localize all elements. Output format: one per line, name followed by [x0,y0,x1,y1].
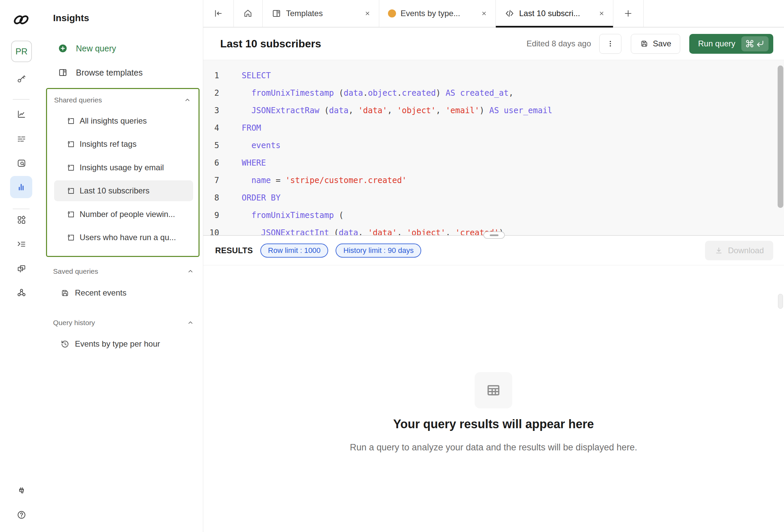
tab-last-10-subscri[interactable]: Last 10 subscri... [496,0,613,27]
rail-key-nav[interactable] [0,74,43,84]
plug-icon [17,486,27,496]
download-label: Download [728,246,764,255]
close-tab-icon[interactable] [481,10,487,17]
rail-search-nav[interactable] [0,158,43,168]
save-label: Save [653,39,671,48]
sidebar-item-label: Recent events [75,288,126,298]
tab-label: Events by type... [401,9,460,18]
collapse-sidebar-button[interactable] [203,0,234,27]
download-button[interactable]: Download [705,241,773,260]
avatar[interactable]: PR [11,40,32,62]
chevron-up-icon [187,319,194,327]
trend-chart-icon [17,109,27,119]
rail-trend-chart-nav[interactable] [0,109,43,119]
sidebar-item-label: Last 10 subscribers [80,186,149,195]
browse-templates-label: Browse templates [76,68,143,78]
kebab-icon [606,39,615,48]
shared-query-icon [66,210,76,219]
webhook-icon [17,287,27,298]
return-icon [756,39,764,48]
sidebar-item-events-by-type-per-hour[interactable]: Events by type per hour [48,334,196,354]
browse-templates-button[interactable]: Browse templates [48,62,196,83]
section-label: Saved queries [53,267,98,275]
sidebar-item-number-of-people-viewin[interactable]: Number of people viewin... [54,204,193,225]
rail-terminal-nav[interactable] [0,239,43,249]
save-icon [640,39,649,48]
rail-event-list-nav[interactable] [0,134,43,144]
line-number: 4 [203,119,219,137]
more-options-button[interactable] [599,34,621,54]
key-icon [17,74,27,84]
line-number: 2 [203,84,219,102]
editor-scrollbar-thumb[interactable] [778,65,783,208]
new-query-button[interactable]: New query [48,38,196,59]
query-header: Last 10 subscribers Edited 8 days ago Sa… [203,28,784,60]
sidebar-item-label: Users who have run a qu... [80,233,176,242]
close-tab-icon[interactable] [364,10,371,17]
line-number: 3 [203,102,219,119]
shared-query-icon [66,233,76,242]
chevron-up-icon [187,268,194,275]
rail-display-nav[interactable] [0,264,43,274]
sidebar-item-recent-events[interactable]: Recent events [48,282,196,303]
app-logo[interactable] [12,12,30,28]
section-query-history[interactable]: Query history [53,318,194,328]
table-icon [486,383,501,398]
section-shared-queries[interactable]: Shared queries [54,94,191,106]
sidebar-item-insights-ref-tags[interactable]: Insights ref tags [54,134,193,155]
sql-code: SELECT fromUnixTimestamp (data.object.cr… [242,67,771,235]
line-number: 1 [203,67,219,84]
handle-bar [490,234,499,236]
run-query-button[interactable]: Run query [689,34,773,54]
tab-events-by-type[interactable]: Events by type... [379,0,496,27]
main-content: TemplatesEvents by type...Last 10 subscr… [203,0,784,532]
section-label: Query history [53,319,95,327]
close-tab-icon[interactable] [598,10,605,17]
collapse-left-icon [213,8,223,19]
new-tab-button[interactable] [613,0,644,27]
line-number: 5 [203,137,219,154]
results-toolbar: RESULTS Row limit : 1000History limit : … [203,235,784,265]
results-scrollbar-thumb[interactable] [778,294,783,309]
tab-label: Last 10 subscri... [519,9,580,18]
run-query-label: Run query [698,39,735,48]
tab-templates[interactable]: Templates [263,0,379,27]
rail-webhook-nav[interactable] [0,287,43,298]
filter-pill-history-limit-90-days[interactable]: History limit : 90 days [336,244,421,258]
panel-resize-handle[interactable] [483,231,505,239]
results-empty-state: Your query results will appear here Run … [203,265,784,532]
filter-pill-row-limit-1000[interactable]: Row limit : 1000 [260,244,329,258]
sidebar-item-insights-usage-by-email[interactable]: Insights usage by email [54,157,193,178]
section-saved-queries[interactable]: Saved queries [53,266,194,276]
shared-query-icon [66,116,76,125]
line-number: 7 [203,172,219,189]
empty-state-heading: Your query results will appear here [203,417,784,431]
query-title: Last 10 subscribers [220,38,321,50]
sidebar-item-label: Number of people viewin... [80,209,175,219]
rail-help-nav[interactable] [0,510,43,520]
help-icon [17,510,27,520]
sql-editor[interactable]: 12345678910 SELECT fromUnixTimestamp (da… [203,60,784,235]
save-icon [60,288,69,298]
sidebar-item-last-10-subscribers[interactable]: Last 10 subscribers [54,180,193,201]
rail-bar-chart-nav[interactable] [10,176,32,198]
rail-apps-nav[interactable] [0,215,43,225]
bar-chart-icon [16,182,26,192]
shared-queries-highlight-box: Shared queries All insights queriesInsig… [46,88,199,257]
rail-plug-nav[interactable] [0,486,43,496]
page-title: Insights [53,13,89,24]
event-list-icon [17,134,27,144]
line-number: 10 [203,224,219,235]
sidebar-item-all-insights-queries[interactable]: All insights queries [54,111,193,131]
code-line: WHERE [242,154,771,172]
home-button[interactable] [234,0,263,27]
app-icon-rail: PR [0,0,43,532]
section-label: Shared queries [54,96,102,104]
save-button[interactable]: Save [631,34,680,54]
code-line: JSONExtractInt (data, 'data', 'object', … [242,224,771,235]
line-number: 6 [203,154,219,172]
sidebar-item-users-who-have-run-a-qu[interactable]: Users who have run a qu... [54,227,193,248]
code-line: JSONExtractRaw (data, 'data', 'object', … [242,102,771,119]
keyboard-shortcut-badge [741,36,768,51]
shared-query-icon [66,140,76,149]
